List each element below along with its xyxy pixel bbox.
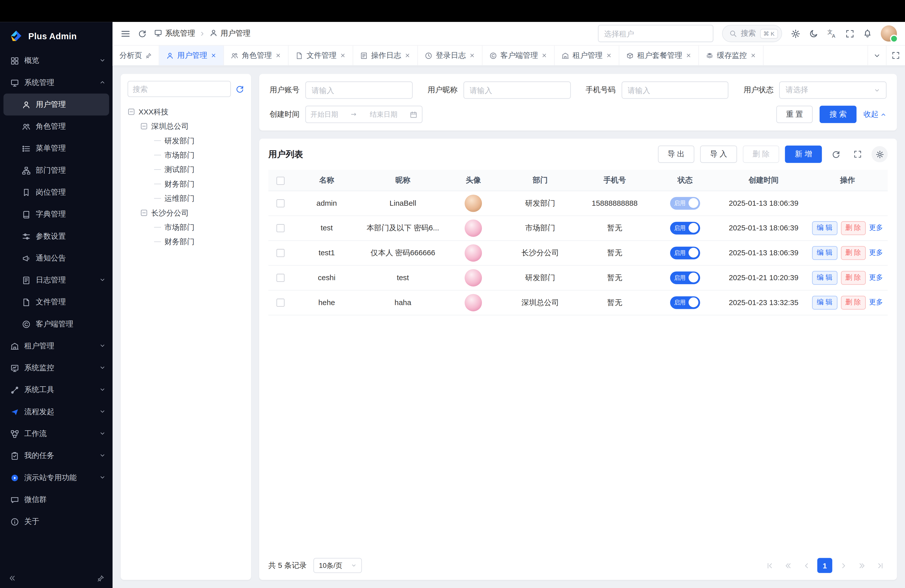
global-search-button[interactable]: 搜索 ⌘ K (722, 25, 782, 42)
prev-page-button[interactable] (799, 558, 814, 573)
tab-tenant-packages[interactable]: 租户套餐管理 (619, 46, 699, 65)
tree-node[interactable]: 运维部门 (127, 191, 244, 205)
row-checkbox[interactable] (276, 299, 284, 307)
sidebar-item-system[interactable]: 系统管理 (0, 72, 113, 94)
tab-clients[interactable]: 客户端管理 (483, 46, 554, 65)
sidebar-item-about[interactable]: 关于 (0, 510, 113, 532)
fullscreen-icon[interactable] (846, 29, 854, 38)
edit-button[interactable]: 编 辑 (812, 221, 837, 235)
dark-mode-moon-icon[interactable] (809, 29, 819, 38)
sidebar-item-dictionaries[interactable]: 字典管理 (0, 203, 113, 225)
status-toggle[interactable]: 启用 (670, 296, 700, 309)
more-actions-link[interactable]: 更多 (869, 273, 883, 283)
date-range-picker[interactable]: 开始日期 结束日期 (305, 106, 422, 123)
sidebar-item-roles[interactable]: 角色管理 (0, 116, 113, 137)
table-settings-icon[interactable] (872, 146, 888, 162)
sidebar-item-files[interactable]: 文件管理 (0, 291, 113, 313)
tab-login-logs[interactable]: 登录日志 (418, 46, 483, 65)
reset-button[interactable]: 重 置 (776, 106, 813, 123)
close-icon[interactable] (541, 52, 547, 58)
last-page-button[interactable] (873, 558, 888, 573)
delete-button[interactable]: 删 除 (743, 146, 779, 163)
status-select[interactable]: 请选择 (779, 81, 886, 99)
export-button[interactable]: 导 出 (657, 146, 694, 163)
close-icon[interactable] (340, 52, 346, 58)
table-refresh-icon[interactable] (827, 146, 844, 162)
tab-tenants[interactable]: 租户管理 (554, 46, 619, 65)
breadcrumb-item-system[interactable]: 系统管理 (154, 29, 195, 39)
tree-node[interactable]: 市场部门 (127, 220, 244, 234)
close-icon[interactable] (275, 52, 281, 58)
tree-node[interactable]: 财务部门 (127, 177, 244, 191)
tabs-fullscreen-icon[interactable] (887, 46, 905, 65)
tree-node[interactable]: 市场部门 (127, 148, 244, 162)
tab-roles[interactable]: 角色管理 (224, 46, 289, 65)
refresh-icon[interactable] (138, 29, 146, 38)
collapse-filters-link[interactable]: 收起 (864, 109, 887, 119)
notification-bell-icon[interactable] (863, 29, 872, 38)
more-actions-link[interactable]: 更多 (869, 223, 883, 233)
tree-collapse-icon[interactable] (127, 108, 135, 116)
hamburger-menu-icon[interactable] (121, 29, 130, 38)
close-icon[interactable] (606, 52, 612, 58)
tab-op-logs[interactable]: 操作日志 (353, 46, 418, 65)
translate-icon[interactable]: 文A (827, 29, 837, 38)
user-avatar[interactable] (881, 25, 897, 41)
tree-search-input[interactable] (127, 81, 231, 97)
sidebar-item-wechat-group[interactable]: 微信群 (0, 489, 113, 510)
sidebar-item-users[interactable]: 用户管理 (3, 94, 109, 116)
status-toggle[interactable]: 启用 (670, 197, 700, 210)
delete-row-button[interactable]: 删 除 (841, 271, 866, 284)
sidebar-item-system-tools[interactable]: 系统工具 (0, 379, 113, 401)
tree-node[interactable]: 长沙分公司 (127, 206, 244, 220)
delete-row-button[interactable]: 删 除 (841, 246, 866, 259)
tree-collapse-icon[interactable] (140, 209, 148, 216)
pin-icon[interactable] (146, 52, 152, 59)
sidebar-collapse-icon[interactable] (8, 574, 16, 582)
app-logo[interactable]: Plus Admin (0, 22, 113, 49)
sidebar-item-parameters[interactable]: 参数设置 (0, 225, 113, 247)
edit-button[interactable]: 编 辑 (812, 246, 837, 259)
tab-cache-monitor[interactable]: 缓存监控 (699, 46, 764, 65)
account-input[interactable] (312, 86, 406, 94)
nickname-input[interactable] (470, 86, 564, 94)
row-checkbox[interactable] (276, 249, 284, 257)
tab-users[interactable]: 用户管理 (159, 46, 224, 65)
sidebar-item-demo-features[interactable]: 演示站专用功能 (0, 467, 113, 489)
next-page-button[interactable] (836, 558, 851, 573)
tenant-select[interactable] (598, 25, 713, 42)
edit-button[interactable]: 编 辑 (812, 296, 837, 309)
import-button[interactable]: 导 入 (700, 146, 737, 163)
tabs-dropdown-icon[interactable] (868, 46, 886, 65)
tree-node[interactable]: XXX科技 (127, 105, 244, 119)
sidebar-item-overview[interactable]: 概览 (0, 50, 113, 72)
sidebar-item-workflow[interactable]: 工作流 (0, 423, 113, 445)
jump-back-button[interactable] (780, 558, 795, 573)
settings-gear-icon[interactable] (791, 29, 800, 38)
sidebar-pin-icon[interactable] (97, 574, 105, 582)
table-fullscreen-icon[interactable] (850, 146, 866, 162)
delete-row-button[interactable]: 删 除 (841, 221, 866, 235)
tree-collapse-icon[interactable] (140, 122, 148, 130)
sidebar-item-departments[interactable]: 部门管理 (0, 159, 113, 181)
edit-button[interactable]: 编 辑 (812, 271, 837, 284)
tab-files[interactable]: 文件管理 (289, 46, 353, 65)
sidebar-item-clients[interactable]: 客户端管理 (0, 313, 113, 335)
tree-refresh-icon[interactable] (235, 84, 244, 93)
close-icon[interactable] (686, 52, 692, 58)
tree-node[interactable]: 研发部门 (127, 133, 244, 148)
tree-node[interactable]: 深圳总公司 (127, 119, 244, 133)
sidebar-item-menus[interactable]: 菜单管理 (0, 138, 113, 159)
more-actions-link[interactable]: 更多 (869, 297, 883, 307)
sidebar-item-system-monitor[interactable]: 系统监控 (0, 357, 113, 379)
page-size-select[interactable]: 10条/页 (314, 558, 362, 573)
close-icon[interactable] (750, 52, 756, 58)
status-toggle[interactable]: 启用 (670, 246, 700, 259)
breadcrumb-item-users[interactable]: 用户管理 (210, 29, 250, 39)
sidebar-item-logs[interactable]: 日志管理 (0, 269, 113, 291)
status-toggle[interactable]: 启用 (670, 271, 700, 284)
close-icon[interactable] (469, 52, 475, 58)
sidebar-item-process-start[interactable]: 流程发起 (0, 401, 113, 423)
select-all-checkbox[interactable] (276, 176, 284, 184)
status-toggle[interactable]: 启用 (670, 222, 700, 234)
